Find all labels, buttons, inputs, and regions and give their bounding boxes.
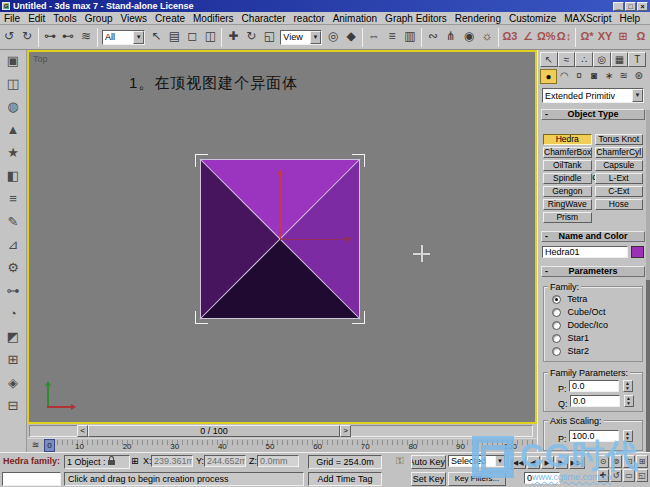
spinner-arrows-icon[interactable]: ▲▼: [623, 380, 633, 392]
radio-icon[interactable]: [552, 308, 561, 317]
create-category-icon[interactable]: ●: [540, 69, 557, 84]
object-type-button[interactable]: RingWave: [543, 199, 592, 210]
object-type-button[interactable]: L-Ext: [595, 173, 644, 184]
toolbar-icon[interactable]: ↻: [18, 28, 36, 46]
current-frame-field[interactable]: 0: [524, 472, 560, 484]
radio-selected-icon[interactable]: [552, 295, 561, 304]
close-button[interactable]: ×: [637, 2, 648, 11]
selection-filter-dropdown[interactable]: All ▼: [102, 30, 145, 45]
create-category-icon[interactable]: ⊛: [631, 69, 646, 84]
snap-icon[interactable]: ∠: [519, 28, 537, 46]
menu-item[interactable]: reactor: [290, 13, 329, 24]
object-type-button[interactable]: Prism: [543, 212, 592, 223]
left-toolbar-icon[interactable]: ⊞: [2, 349, 24, 372]
menu-item[interactable]: Animation: [329, 13, 381, 24]
snap-icon[interactable]: Ω*: [578, 28, 596, 46]
playback-button[interactable]: |▶: [555, 456, 568, 469]
object-color-swatch[interactable]: [631, 246, 644, 258]
toolbar-icon[interactable]: ≋: [77, 28, 95, 46]
rollout-name-color[interactable]: - Name and Color: [541, 231, 645, 242]
viewport-nav-icon[interactable]: ⊙: [597, 455, 609, 468]
current-frame-marker[interactable]: 0: [44, 439, 55, 452]
menu-item[interactable]: Group: [81, 13, 117, 24]
object-type-button[interactable]: ChamferCyl: [595, 147, 644, 158]
toolbar-icon[interactable]: ◎: [324, 28, 342, 46]
toolbar-icon[interactable]: ◫: [201, 28, 219, 46]
axis-p-value-field[interactable]: 100.0: [569, 430, 619, 442]
command-panel-tab[interactable]: ↖: [540, 52, 558, 67]
snap-icon[interactable]: ⊞: [614, 28, 632, 46]
toolbar-icon[interactable]: ☼: [478, 28, 496, 46]
object-type-button[interactable]: C-Ext: [595, 186, 644, 197]
command-panel-tab[interactable]: ▦: [611, 52, 629, 67]
create-category-icon[interactable]: ¤: [572, 69, 587, 84]
toolbar-icon[interactable]: ◆: [342, 28, 360, 46]
chevron-down-icon[interactable]: ▼: [133, 31, 144, 44]
viewport-nav-icon[interactable]: ⊡: [623, 455, 635, 468]
menu-item[interactable]: Graph Editors: [381, 13, 451, 24]
collapse-icon[interactable]: -: [545, 110, 548, 119]
viewport-label[interactable]: Top: [33, 54, 48, 64]
left-toolbar-icon[interactable]: ◔: [2, 303, 24, 326]
create-category-icon[interactable]: ≋: [616, 69, 631, 84]
toolbar-icon[interactable]: ≡: [383, 28, 401, 46]
object-type-button[interactable]: Torus Knot: [595, 134, 644, 145]
toolbar-icon[interactable]: ↺: [0, 28, 18, 46]
menu-item[interactable]: Edit: [24, 13, 49, 24]
left-toolbar-icon[interactable]: ⊟: [2, 395, 24, 418]
toolbar-icon[interactable]: ⇔: [365, 28, 383, 46]
menu-item[interactable]: File: [0, 13, 24, 24]
toolbar-icon[interactable]: ◱: [260, 28, 278, 46]
hedra-object[interactable]: [200, 159, 360, 319]
menu-item[interactable]: MAXScript: [560, 13, 615, 24]
create-category-icon[interactable]: ◙: [587, 69, 602, 84]
left-toolbar-icon[interactable]: ⊿: [2, 234, 24, 257]
create-category-icon[interactable]: ◠: [557, 69, 572, 84]
toolbar-icon[interactable]: ⋔: [442, 28, 460, 46]
object-type-button[interactable]: Hose: [595, 199, 644, 210]
left-toolbar-icon[interactable]: ⊶: [2, 280, 24, 303]
track-bar[interactable]: ≊ 0 102030405060708090100: [27, 438, 537, 452]
left-toolbar-icon[interactable]: ★: [2, 142, 24, 165]
object-type-button[interactable]: Gengon: [543, 186, 592, 197]
snap-icon[interactable]: Ω%: [537, 28, 555, 46]
left-toolbar-icon[interactable]: ▲: [2, 119, 24, 142]
selection-set-dropdown[interactable]: Selected ▼: [448, 455, 506, 467]
left-toolbar-icon[interactable]: ◈: [2, 372, 24, 395]
left-toolbar-icon[interactable]: ◩: [2, 326, 24, 349]
rollout-parameters[interactable]: - Parameters: [541, 266, 645, 277]
lock-selection-icon[interactable]: [108, 460, 115, 465]
toolbar-icon[interactable]: ∾: [424, 28, 442, 46]
toolbar-icon[interactable]: ◉: [460, 28, 478, 46]
left-toolbar-icon[interactable]: ⚙: [2, 257, 24, 280]
panel-scrollbar[interactable]: [646, 110, 650, 452]
menu-item[interactable]: Modifiers: [189, 13, 238, 24]
radio-icon[interactable]: [552, 321, 561, 330]
reference-coordinate-dropdown[interactable]: View ▼: [280, 30, 322, 45]
viewport-nav-icon[interactable]: ⊞: [636, 455, 648, 468]
p-value-field[interactable]: 0.0: [569, 380, 619, 392]
rollout-object-type[interactable]: - Object Type: [541, 109, 645, 120]
toolbar-icon[interactable]: ✚: [224, 28, 242, 46]
absolute-mode-icon[interactable]: ⊞: [131, 455, 139, 469]
panel-scrollbar-thumb[interactable]: [646, 280, 650, 452]
q-value-field[interactable]: 0.0: [570, 395, 620, 407]
playback-button[interactable]: |◀◀: [509, 456, 526, 469]
command-panel-tab[interactable]: ◎: [593, 52, 611, 67]
toolbar-icon[interactable]: ◻: [183, 28, 201, 46]
object-type-button[interactable]: OilTank: [543, 160, 592, 171]
listener-input[interactable]: [2, 472, 61, 486]
set-key-button[interactable]: Set Key: [411, 472, 446, 486]
menu-item[interactable]: Help: [615, 13, 644, 24]
object-type-button[interactable]: ChamferBox: [543, 147, 592, 158]
menu-item[interactable]: Views: [117, 13, 152, 24]
family-option-cubeoct[interactable]: Cube/Oct: [552, 307, 606, 319]
time-slider-grip[interactable]: 0 / 100: [88, 425, 340, 437]
x-coordinate-field[interactable]: 239.361m: [151, 455, 193, 467]
chevron-down-icon[interactable]: ▼: [495, 455, 505, 467]
next-frame-button[interactable]: >: [340, 425, 351, 437]
snap-icon[interactable]: XY: [596, 28, 614, 46]
snap-icon[interactable]: Ω3: [501, 28, 519, 46]
collapse-icon[interactable]: -: [545, 232, 548, 241]
object-type-button[interactable]: Hedra: [543, 134, 592, 145]
